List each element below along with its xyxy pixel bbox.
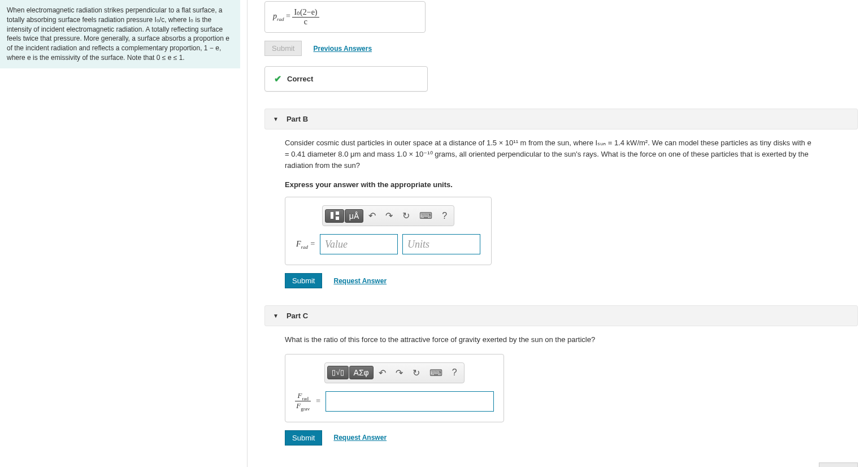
units-input[interactable] [402, 234, 480, 254]
intro-text: When electromagnetic radiation strikes p… [0, 0, 240, 68]
correct-label: Correct [287, 75, 313, 83]
undo-icon[interactable]: ↶ [374, 365, 390, 380]
part-b-input-panel: μÅ ↶ ↷ ↻ ⌨ ? Frad = [285, 197, 492, 265]
undo-icon[interactable]: ↶ [364, 208, 380, 223]
part-b-question: Consider cosmic dust particles in outer … [285, 137, 816, 171]
submit-button-disabled: Submit [264, 41, 302, 56]
part-c-variable: Frad Fgrav [295, 391, 311, 412]
part-b-title: Part B [287, 115, 308, 123]
keyboard-icon[interactable]: ⌨ [425, 365, 447, 380]
caret-down-icon: ▼ [273, 116, 279, 122]
submit-button[interactable]: Submit [285, 430, 322, 446]
part-c-question: What is the ratio of this force to the a… [285, 334, 816, 345]
value-input[interactable] [320, 234, 398, 254]
symbols-icon[interactable]: ΑΣφ [349, 366, 374, 379]
reset-icon[interactable]: ↻ [398, 208, 414, 223]
caret-down-icon: ▼ [273, 313, 279, 319]
redo-icon[interactable]: ↷ [381, 208, 397, 223]
part-c-header[interactable]: ▼ Part C [264, 305, 858, 326]
part-c-toolbar: ▯√▯ ΑΣφ ↶ ↷ ↻ ⌨ ? [324, 362, 464, 383]
template-icon[interactable] [325, 209, 344, 223]
part-b-header[interactable]: ▼ Part B [264, 109, 858, 129]
request-answer-link[interactable]: Request Answer [333, 277, 387, 285]
correct-indicator: ✔ Correct [264, 66, 428, 92]
part-b-toolbar: μÅ ↶ ↷ ↻ ⌨ ? [322, 205, 454, 226]
submit-button[interactable]: Submit [285, 273, 322, 288]
help-icon[interactable]: ? [448, 365, 462, 380]
part-a-equation: prad = I₀(2−e) c [273, 12, 319, 20]
redo-icon[interactable]: ↷ [391, 365, 407, 380]
check-icon: ✔ [274, 73, 281, 84]
part-b-variable: Frad = [296, 240, 315, 250]
part-c-title: Part C [287, 312, 308, 320]
previous-answers-link[interactable]: Previous Answers [313, 45, 372, 53]
ratio-input[interactable] [326, 391, 494, 412]
units-icon[interactable]: μÅ [345, 209, 363, 223]
next-button[interactable]: Next › [819, 462, 858, 467]
help-icon[interactable]: ? [437, 209, 452, 223]
request-answer-link[interactable]: Request Answer [333, 434, 387, 442]
reset-icon[interactable]: ↻ [408, 365, 424, 380]
part-c-input-panel: ▯√▯ ΑΣφ ↶ ↷ ↻ ⌨ ? Frad Fgrav = [285, 354, 504, 422]
template-icon[interactable]: ▯√▯ [327, 366, 348, 379]
part-a-answer-box: prad = I₀(2−e) c [264, 1, 426, 33]
part-b-instruction: Express your answer with the appropriate… [285, 180, 858, 189]
keyboard-icon[interactable]: ⌨ [415, 208, 437, 223]
